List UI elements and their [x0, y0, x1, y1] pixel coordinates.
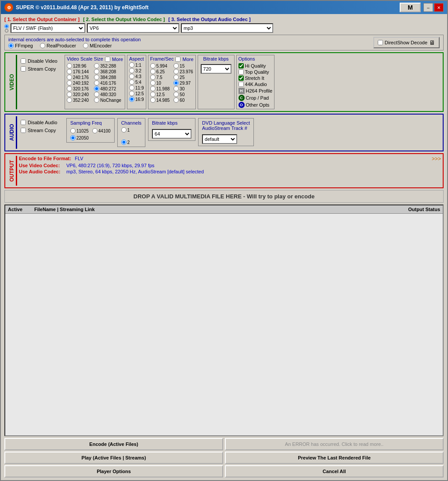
- output-text: Encode to File Format: FLV >>> Use Video…: [19, 156, 441, 186]
- directshow-button[interactable]: DirectShow Decode 🖥: [373, 37, 440, 48]
- audio-codec-select[interactable]: mp3: [181, 23, 273, 33]
- channels-title: Channels: [121, 120, 141, 126]
- drop-zone[interactable]: DROP A VALID MULTIMEDIA FILE HERE - Will…: [4, 190, 444, 203]
- otheropts-badge: O: [238, 102, 245, 108]
- section3-label: [ 3. Select the Output Audio Codec ]: [168, 17, 250, 22]
- stretchit-checkbox[interactable]: [238, 75, 244, 81]
- dvd-select[interactable]: default: [202, 134, 237, 144]
- topquality-checkbox[interactable]: [238, 69, 244, 75]
- stream-copy-label: Stream Copy: [28, 66, 56, 72]
- col-filename: FileName | Streaming Link: [34, 207, 387, 212]
- options-title: Options: [238, 56, 273, 61]
- realproducer-radio[interactable]: [40, 43, 45, 48]
- minimize-button[interactable]: –: [423, 3, 433, 12]
- preview-button[interactable]: Preview The Last Rendered File: [225, 452, 444, 464]
- btn-row3: Player Options Cancel All: [4, 465, 444, 477]
- output-arrows: >>>: [432, 156, 441, 162]
- encoder-realproducer[interactable]: RealProducer: [40, 43, 76, 48]
- framerate-panel: Frame/Sec More 5.994 15 6.25 23.976 7.5 …: [148, 55, 196, 109]
- otheropts-option: O Other Opts: [238, 102, 273, 108]
- bitrate-title: Bitrate kbps: [203, 56, 228, 61]
- audio-section: AUDIO Disable Audio Stream Copy Sampling…: [4, 114, 444, 151]
- 44kaudio-checkbox[interactable]: [238, 82, 244, 87]
- sampling-title: Sampling Freq: [70, 120, 111, 126]
- play-button[interactable]: Play (Active Files | Streams): [4, 452, 223, 464]
- audio-stream-copy-check[interactable]: Stream Copy: [21, 128, 61, 133]
- audio-output-value: mp3, Stereo, 64 kbps, 22050 Hz, AudioStr…: [66, 169, 204, 174]
- disable-video-check[interactable]: Disable Video: [21, 58, 61, 64]
- error-button[interactable]: An ERROR has occurred. Click to read mor…: [225, 438, 444, 450]
- section2-label: [ 2. Select the Output Video Codec ]: [83, 17, 165, 22]
- m-button[interactable]: M: [400, 3, 421, 12]
- file-list-header: Active FileName | Streaming Link Output …: [5, 205, 443, 214]
- app-title: SUPER © v2011.build.48 (Apr 23, 2011) by…: [16, 4, 148, 11]
- output-section: OUTPUT Encode to File Format: FLV >>> Us…: [4, 153, 444, 188]
- output-line2: Use Video Codec: VP6, 480:272 (16:9), 72…: [19, 163, 441, 168]
- bitrate-panel: Bitrate kbps 720: [198, 55, 235, 109]
- cancel-all-button[interactable]: Cancel All: [225, 465, 444, 477]
- scale-radio-grid: 128:96 352:288 176:144 368:208 240:176 3…: [67, 63, 123, 103]
- hiquality-option[interactable]: Hi Quality: [238, 63, 273, 68]
- audio-label: AUDIO: [7, 116, 17, 149]
- audio-output-label: Use Audio Codec:: [19, 169, 63, 174]
- encoder-title: internal encoders are auto-selected to c…: [8, 37, 141, 42]
- audio-stream-copy-label: Stream Copy: [28, 128, 56, 133]
- topquality-option[interactable]: Top Quality: [238, 69, 273, 75]
- aspect-panel: Aspect 1:1 3:2 4:3 5:4 11:9 12:5 16:9: [127, 55, 146, 109]
- window-controls: – ✕: [423, 3, 444, 12]
- h264-option: H H264 Profile: [238, 88, 273, 94]
- video-controls-left: Disable Video Stream Copy: [19, 55, 63, 109]
- scale-more-checkbox[interactable]: [105, 57, 110, 62]
- disable-audio-check[interactable]: Disable Audio: [21, 120, 61, 125]
- encoder-mencoder[interactable]: MEncoder: [83, 43, 112, 48]
- ffmpeg-radio[interactable]: [8, 43, 14, 48]
- encode-button[interactable]: Encode (Active Files): [4, 438, 223, 450]
- audio-bitrate-select[interactable]: 64: [152, 129, 191, 139]
- stream-copy-check[interactable]: Stream Copy: [21, 66, 61, 72]
- video-output-value: VP6, 480:272 (16:9), 720 kbps, 29.97 fps: [66, 163, 155, 168]
- encode-label: Encode to File Format:: [19, 156, 71, 162]
- disable-audio-checkbox[interactable]: [21, 120, 26, 125]
- audio-bitrate-title: Bitrate kbps: [152, 120, 177, 126]
- hiquality-checkbox[interactable]: [238, 63, 244, 68]
- video-codec-select[interactable]: VP6: [87, 23, 179, 33]
- audio-stream-copy-checkbox[interactable]: [21, 128, 26, 133]
- container-radio[interactable]: [4, 24, 9, 29]
- directshow-checkbox[interactable]: [378, 40, 383, 45]
- dvd-group: DVD Language Select AudioStream Track # …: [198, 118, 254, 146]
- 44kaudio-option[interactable]: 44K Audio: [238, 82, 273, 87]
- main-window: ⚙ SUPER © v2011.build.48 (Apr 23, 2011) …: [0, 0, 448, 481]
- stream-copy-checkbox[interactable]: [21, 66, 26, 72]
- col-status: Output Status: [387, 207, 440, 212]
- output-line3: Use Audio Codec: mp3, Stereo, 64 kbps, 2…: [19, 169, 441, 174]
- section1-label: [ 1. Select the Output Container ]: [4, 17, 79, 22]
- stretchit-option[interactable]: Stretch It: [238, 75, 273, 81]
- player-options-button[interactable]: Player Options: [4, 465, 223, 477]
- app-icon: ⚙: [4, 3, 13, 12]
- croppad-badge: C: [238, 95, 245, 101]
- mencoder-radio[interactable]: [83, 43, 88, 48]
- directshow-label: DirectShow Decode: [385, 40, 427, 45]
- channels-group: Channels 1 2: [117, 118, 145, 147]
- encoder-left: internal encoders are auto-selected to c…: [8, 37, 141, 48]
- title-bar-left: ⚙ SUPER © v2011.build.48 (Apr 23, 2011) …: [4, 3, 148, 12]
- sampling-top: 11025 44100: [70, 128, 111, 133]
- scale-title: Video Scale Size: [67, 56, 103, 61]
- file-list-body: [5, 214, 443, 275]
- audio-bitrate-group: Bitrate kbps 64: [148, 118, 195, 141]
- bottom-buttons: Encode (Active Files) An ERROR has occur…: [4, 438, 444, 477]
- video-label: VIDEO: [7, 55, 17, 109]
- framerate-more-checkbox[interactable]: [175, 57, 181, 62]
- disable-video-checkbox[interactable]: [21, 58, 26, 64]
- close-button[interactable]: ✕: [434, 3, 444, 12]
- container-select[interactable]: FLV / SWF (Flash): [11, 23, 85, 33]
- bitrate-select[interactable]: 720: [201, 64, 231, 74]
- video-section: VIDEO Disable Video Stream Copy Video Sc…: [4, 52, 444, 112]
- scale-more-label: More: [112, 57, 123, 62]
- audio-controls-left: Disable Audio Stream Copy: [19, 116, 63, 149]
- framerate-title: Frame/Sec: [150, 56, 174, 61]
- encoder-ffmpeg[interactable]: FFmpeg: [8, 43, 33, 48]
- encode-value: FLV: [75, 156, 83, 162]
- directshow-icon: 🖥: [429, 39, 435, 46]
- aspect-title: Aspect: [129, 56, 144, 61]
